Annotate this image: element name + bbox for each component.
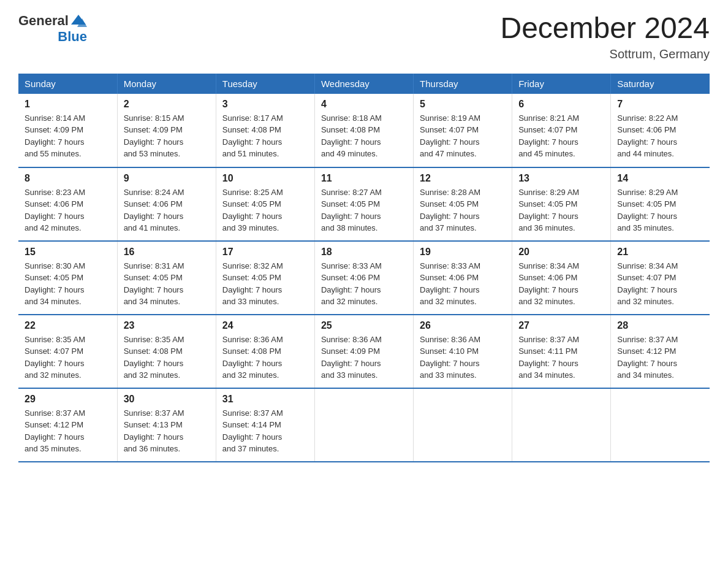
day-cell (314, 388, 413, 462)
day-cell (414, 388, 512, 462)
day-number: 4 (321, 99, 407, 110)
day-cell: 26 Sunrise: 8:36 AM Sunset: 4:10 PM Dayl… (414, 315, 512, 388)
day-number: 27 (518, 320, 604, 331)
day-number: 13 (518, 173, 604, 184)
week-row-3: 15 Sunrise: 8:30 AM Sunset: 4:05 PM Dayl… (18, 241, 710, 315)
calendar-header-row: SundayMondayTuesdayWednesdayThursdayFrid… (18, 74, 710, 94)
week-row-4: 22 Sunrise: 8:35 AM Sunset: 4:07 PM Dayl… (18, 315, 710, 388)
day-number: 5 (420, 99, 506, 110)
day-cell: 9 Sunrise: 8:24 AM Sunset: 4:06 PM Dayli… (117, 167, 216, 241)
day-info: Sunrise: 8:24 AM Sunset: 4:06 PM Dayligh… (124, 186, 210, 234)
day-cell: 12 Sunrise: 8:28 AM Sunset: 4:05 PM Dayl… (414, 167, 512, 241)
day-info: Sunrise: 8:37 AM Sunset: 4:13 PM Dayligh… (124, 407, 210, 455)
day-cell: 30 Sunrise: 8:37 AM Sunset: 4:13 PM Dayl… (117, 388, 216, 462)
day-info: Sunrise: 8:17 AM Sunset: 4:08 PM Dayligh… (222, 112, 308, 160)
day-number: 16 (124, 247, 210, 258)
day-info: Sunrise: 8:34 AM Sunset: 4:07 PM Dayligh… (617, 260, 703, 308)
day-cell: 16 Sunrise: 8:31 AM Sunset: 4:05 PM Dayl… (117, 241, 216, 315)
logo: General Blue (18, 12, 87, 44)
day-number: 1 (25, 99, 111, 110)
header-saturday: Saturday (611, 74, 710, 94)
day-cell: 6 Sunrise: 8:21 AM Sunset: 4:07 PM Dayli… (512, 94, 611, 167)
day-number: 24 (222, 320, 308, 331)
day-info: Sunrise: 8:29 AM Sunset: 4:05 PM Dayligh… (617, 186, 703, 234)
header-tuesday: Tuesday (216, 74, 314, 94)
day-number: 19 (420, 247, 506, 258)
day-info: Sunrise: 8:32 AM Sunset: 4:05 PM Dayligh… (222, 260, 308, 308)
day-info: Sunrise: 8:19 AM Sunset: 4:07 PM Dayligh… (420, 112, 506, 160)
title-block: December 2024 Sottrum, Germany (500, 12, 710, 61)
day-number: 20 (518, 247, 604, 258)
header-thursday: Thursday (414, 74, 512, 94)
day-info: Sunrise: 8:36 AM Sunset: 4:08 PM Dayligh… (222, 334, 308, 381)
day-info: Sunrise: 8:35 AM Sunset: 4:07 PM Dayligh… (25, 334, 111, 381)
day-cell: 29 Sunrise: 8:37 AM Sunset: 4:12 PM Dayl… (18, 388, 117, 462)
month-title: December 2024 (500, 12, 710, 45)
day-cell: 11 Sunrise: 8:27 AM Sunset: 4:05 PM Dayl… (314, 167, 413, 241)
day-cell: 3 Sunrise: 8:17 AM Sunset: 4:08 PM Dayli… (216, 94, 314, 167)
day-cell: 2 Sunrise: 8:15 AM Sunset: 4:09 PM Dayli… (117, 94, 216, 167)
day-number: 7 (617, 99, 703, 110)
day-number: 6 (518, 99, 604, 110)
day-number: 21 (617, 247, 703, 258)
day-info: Sunrise: 8:21 AM Sunset: 4:07 PM Dayligh… (518, 112, 604, 160)
day-info: Sunrise: 8:37 AM Sunset: 4:12 PM Dayligh… (617, 334, 703, 381)
day-number: 28 (617, 320, 703, 331)
day-info: Sunrise: 8:37 AM Sunset: 4:11 PM Dayligh… (518, 334, 604, 381)
header-friday: Friday (512, 74, 611, 94)
day-cell: 5 Sunrise: 8:19 AM Sunset: 4:07 PM Dayli… (414, 94, 512, 167)
day-info: Sunrise: 8:23 AM Sunset: 4:06 PM Dayligh… (25, 186, 111, 234)
day-cell: 13 Sunrise: 8:29 AM Sunset: 4:05 PM Dayl… (512, 167, 611, 241)
day-info: Sunrise: 8:36 AM Sunset: 4:09 PM Dayligh… (321, 334, 407, 381)
day-info: Sunrise: 8:18 AM Sunset: 4:08 PM Dayligh… (321, 112, 407, 160)
day-number: 8 (25, 173, 111, 184)
day-info: Sunrise: 8:22 AM Sunset: 4:06 PM Dayligh… (617, 112, 703, 160)
day-cell: 27 Sunrise: 8:37 AM Sunset: 4:11 PM Dayl… (512, 315, 611, 388)
calendar-table: SundayMondayTuesdayWednesdayThursdayFrid… (18, 74, 710, 462)
day-number: 26 (420, 320, 506, 331)
day-number: 17 (222, 247, 308, 258)
header-sunday: Sunday (18, 74, 117, 94)
day-number: 31 (222, 394, 308, 405)
day-cell: 17 Sunrise: 8:32 AM Sunset: 4:05 PM Dayl… (216, 241, 314, 315)
day-cell: 28 Sunrise: 8:37 AM Sunset: 4:12 PM Dayl… (611, 315, 710, 388)
header-monday: Monday (117, 74, 216, 94)
day-info: Sunrise: 8:36 AM Sunset: 4:10 PM Dayligh… (420, 334, 506, 381)
day-cell: 24 Sunrise: 8:36 AM Sunset: 4:08 PM Dayl… (216, 315, 314, 388)
week-row-5: 29 Sunrise: 8:37 AM Sunset: 4:12 PM Dayl… (18, 388, 710, 462)
day-info: Sunrise: 8:31 AM Sunset: 4:05 PM Dayligh… (124, 260, 210, 308)
day-cell: 1 Sunrise: 8:14 AM Sunset: 4:09 PM Dayli… (18, 94, 117, 167)
location-text: Sottrum, Germany (500, 47, 710, 61)
day-cell: 18 Sunrise: 8:33 AM Sunset: 4:06 PM Dayl… (314, 241, 413, 315)
day-info: Sunrise: 8:34 AM Sunset: 4:06 PM Dayligh… (518, 260, 604, 308)
day-number: 25 (321, 320, 407, 331)
day-info: Sunrise: 8:25 AM Sunset: 4:05 PM Dayligh… (222, 186, 308, 234)
logo-general-text: General (18, 13, 69, 28)
day-info: Sunrise: 8:35 AM Sunset: 4:08 PM Dayligh… (124, 334, 210, 381)
day-info: Sunrise: 8:28 AM Sunset: 4:05 PM Dayligh… (420, 186, 506, 234)
day-cell (611, 388, 710, 462)
day-cell: 21 Sunrise: 8:34 AM Sunset: 4:07 PM Dayl… (611, 241, 710, 315)
day-number: 30 (124, 394, 210, 405)
day-info: Sunrise: 8:30 AM Sunset: 4:05 PM Dayligh… (25, 260, 111, 308)
day-number: 18 (321, 247, 407, 258)
day-number: 10 (222, 173, 308, 184)
day-cell: 8 Sunrise: 8:23 AM Sunset: 4:06 PM Dayli… (18, 167, 117, 241)
logo-icon (70, 12, 87, 29)
day-number: 22 (25, 320, 111, 331)
day-number: 11 (321, 173, 407, 184)
day-cell: 20 Sunrise: 8:34 AM Sunset: 4:06 PM Dayl… (512, 241, 611, 315)
day-number: 15 (25, 247, 111, 258)
day-cell: 10 Sunrise: 8:25 AM Sunset: 4:05 PM Dayl… (216, 167, 314, 241)
day-info: Sunrise: 8:33 AM Sunset: 4:06 PM Dayligh… (420, 260, 506, 308)
day-number: 3 (222, 99, 308, 110)
day-number: 12 (420, 173, 506, 184)
day-info: Sunrise: 8:33 AM Sunset: 4:06 PM Dayligh… (321, 260, 407, 308)
day-number: 23 (124, 320, 210, 331)
day-info: Sunrise: 8:37 AM Sunset: 4:12 PM Dayligh… (25, 407, 111, 455)
day-cell (512, 388, 611, 462)
logo-blue-text: Blue (58, 29, 87, 44)
day-cell: 22 Sunrise: 8:35 AM Sunset: 4:07 PM Dayl… (18, 315, 117, 388)
day-number: 29 (25, 394, 111, 405)
day-cell: 19 Sunrise: 8:33 AM Sunset: 4:06 PM Dayl… (414, 241, 512, 315)
